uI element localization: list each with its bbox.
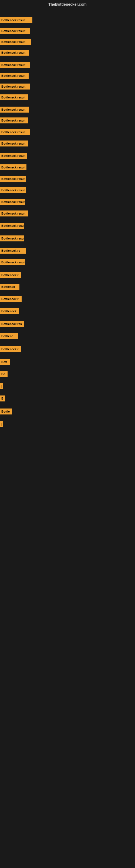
bar-item: Bottleneck r xyxy=(0,346,21,352)
bar-label: Bottleneck result xyxy=(0,118,28,123)
bar-label: Bottleneck r xyxy=(0,346,21,352)
bar-item: | xyxy=(0,383,3,389)
bar-item: Bottleneck res xyxy=(0,321,24,327)
bar-label: Bottleneck result xyxy=(0,84,30,90)
bar-label: Bottleneck result xyxy=(0,223,24,229)
bar-label: Bottleneck result xyxy=(0,28,30,34)
chart-container: Bottleneck resultBottleneck resultBottle… xyxy=(0,8,135,868)
bar-label: Bott xyxy=(0,359,10,365)
bar-item: B xyxy=(0,396,5,401)
bar-label: B xyxy=(0,396,5,401)
bar-label: Bo xyxy=(0,371,8,377)
bar-item: Bottleneck result xyxy=(0,153,27,159)
bar-item: Bottlenec xyxy=(0,284,19,290)
bar-label: | xyxy=(0,383,3,389)
bar-label: Bottlenec xyxy=(0,284,19,290)
bar-item: Bottle xyxy=(0,408,12,414)
bar-item: Bott xyxy=(0,359,10,365)
bar-label: Bottle xyxy=(0,408,12,414)
bar-label: Bottleneck xyxy=(0,308,19,314)
bar-label: | xyxy=(0,421,3,427)
bar-label: Bottleneck result xyxy=(0,106,29,113)
bar-label: Bottleneck result xyxy=(0,50,29,56)
bar-item: Bottleneck result xyxy=(0,164,27,170)
bar-item: Bottleneck result xyxy=(0,84,30,90)
bar-label: Bottleneck result xyxy=(0,176,26,182)
bar-item: Bottleneck r xyxy=(0,296,21,302)
bar-item: Bottleneck re xyxy=(0,248,26,254)
bar-label: Bottleneck r xyxy=(0,272,21,278)
bar-item: Bottlene xyxy=(0,333,18,339)
bar-item: Bottleneck xyxy=(0,308,19,314)
bar-label: Bottleneck r xyxy=(0,296,21,302)
bar-label: Bottleneck result xyxy=(0,141,28,147)
bar-label: Bottleneck result xyxy=(0,211,28,216)
bar-item: Bottleneck result xyxy=(0,199,25,205)
bar-label: Bottleneck result xyxy=(0,129,30,135)
bar-item: Bottleneck result xyxy=(0,62,30,68)
bar-label: Bottleneck result xyxy=(0,17,32,23)
bar-item: Bottleneck result xyxy=(0,187,26,193)
bar-label: Bottleneck result xyxy=(0,259,25,265)
bar-item: Bottleneck result xyxy=(0,141,28,147)
bar-item: Bottleneck r xyxy=(0,272,21,278)
site-title: TheBottlenecker.com xyxy=(0,0,135,8)
bar-item: Bottleneck result xyxy=(0,50,29,56)
bar-item: Bottleneck result xyxy=(0,211,28,216)
bar-label: Bottleneck res xyxy=(0,321,24,327)
bar-label: Bottleneck result xyxy=(0,187,26,193)
bar-label: Bottleneck result xyxy=(0,199,25,205)
bar-item: Bottleneck result xyxy=(0,259,25,265)
bar-label: Bottleneck result xyxy=(0,153,27,159)
bar-item: | xyxy=(0,421,3,427)
bar-item: Bottleneck result xyxy=(0,17,32,23)
bar-label: Bottleneck result xyxy=(0,73,29,79)
bar-label: Bottleneck result xyxy=(0,164,27,170)
bar-item: Bottleneck result xyxy=(0,118,28,123)
bar-item: Bottleneck result xyxy=(0,223,24,229)
bar-label: Bottleneck result xyxy=(0,94,28,100)
bar-item: Bottleneck result xyxy=(0,28,30,34)
bar-item: Bo xyxy=(0,371,8,377)
bar-label: Bottleneck re xyxy=(0,248,26,254)
bar-label: Bottlene xyxy=(0,333,18,339)
bar-item: Bottleneck result xyxy=(0,106,29,113)
bar-item: Bottleneck result xyxy=(0,129,30,135)
bar-item: Bottleneck result xyxy=(0,94,28,100)
bar-item: Bottleneck result xyxy=(0,39,31,45)
bar-label: Bottleneck result xyxy=(0,62,30,68)
bar-item: Bottleneck result xyxy=(0,236,24,241)
bar-item: Bottleneck result xyxy=(0,176,26,182)
bar-label: Bottleneck result xyxy=(0,39,31,45)
bar-label: Bottleneck result xyxy=(0,236,24,241)
bar-item: Bottleneck result xyxy=(0,73,29,79)
